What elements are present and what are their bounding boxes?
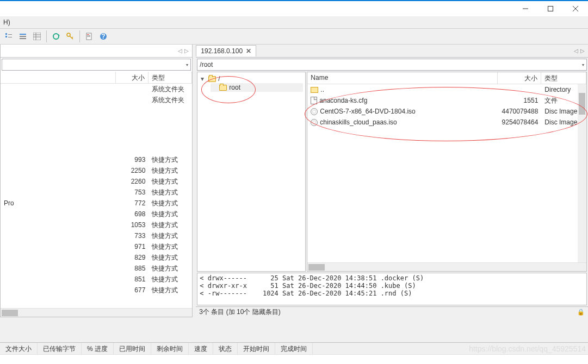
remote-tabstrip: 192.168.0.100 ✕ ◁▷ bbox=[196, 45, 588, 58]
list-item[interactable]: 677快捷方式 bbox=[1, 285, 192, 296]
help-icon[interactable]: ? bbox=[97, 30, 110, 43]
col-size[interactable]: 大小 bbox=[498, 72, 541, 84]
transfer-col[interactable]: 剩余时间 bbox=[151, 343, 189, 354]
list-item[interactable]: 系统文件夹 bbox=[1, 95, 192, 105]
col-type[interactable]: 类型 bbox=[541, 72, 586, 84]
window-titlebar bbox=[0, 0, 588, 16]
list-item[interactable]: anaconda-ks.cfg1551文件 bbox=[307, 95, 586, 106]
tab-prev-icon[interactable]: ◁ bbox=[574, 48, 578, 54]
local-file-list[interactable]: 大小 类型 系统文件夹系统文件夹 993快捷方式2250快捷方式2260快捷方式… bbox=[1, 72, 192, 308]
chevron-down-icon[interactable]: ▾ bbox=[582, 62, 584, 67]
folder-icon bbox=[208, 76, 216, 82]
remote-path: /root bbox=[200, 61, 213, 68]
svg-point-15 bbox=[53, 34, 59, 39]
folder-icon bbox=[219, 85, 227, 91]
transfer-header: 文件大小已传输字节% 进度已用时间剩余时间速度状态开始时间完成时间 bbox=[0, 343, 588, 355]
detail-view-icon[interactable] bbox=[30, 30, 44, 43]
chevron-down-icon[interactable]: ▾ bbox=[186, 62, 188, 67]
svg-rect-21 bbox=[87, 34, 89, 35]
svg-rect-23 bbox=[87, 36, 90, 37]
maximize-button[interactable] bbox=[538, 1, 563, 16]
svg-rect-6 bbox=[8, 34, 12, 35]
col-name[interactable] bbox=[1, 72, 116, 83]
local-list-header: 大小 类型 bbox=[1, 72, 192, 84]
transfer-col[interactable]: 完成时间 bbox=[275, 343, 313, 354]
page-icon[interactable] bbox=[83, 30, 96, 43]
transfer-panel: 文件大小已传输字节% 进度已用时间剩余时间速度状态开始时间完成时间 bbox=[0, 342, 588, 364]
transfer-col[interactable]: 文件大小 bbox=[0, 343, 38, 354]
tab-next-icon[interactable]: ▷ bbox=[184, 48, 189, 54]
local-scrollbar[interactable] bbox=[1, 308, 192, 317]
close-tab-icon[interactable]: ✕ bbox=[246, 47, 251, 55]
list-item[interactable]: Pro772快捷方式 bbox=[1, 198, 192, 209]
svg-rect-7 bbox=[8, 37, 12, 37]
list-item[interactable]: ..Directory bbox=[307, 84, 586, 95]
transfer-col[interactable]: 已传输字节 bbox=[38, 343, 82, 354]
tree-view-icon[interactable] bbox=[2, 30, 15, 43]
transfer-col[interactable]: 速度 bbox=[189, 343, 213, 354]
col-size[interactable]: 大小 bbox=[116, 72, 148, 83]
list-item[interactable]: 885快捷方式 bbox=[1, 263, 192, 274]
svg-rect-8 bbox=[20, 34, 26, 35]
toolbar: ? bbox=[0, 28, 588, 45]
list-item[interactable]: 2250快捷方式 bbox=[1, 165, 192, 176]
svg-rect-22 bbox=[87, 35, 90, 36]
key-icon[interactable] bbox=[64, 30, 77, 43]
minimize-button[interactable] bbox=[513, 1, 538, 16]
list-item[interactable]: 1053快捷方式 bbox=[1, 219, 192, 230]
list-item[interactable]: chinaskills_cloud_paas.iso9254078464Disc… bbox=[307, 117, 586, 128]
collapse-icon[interactable]: ▾ bbox=[201, 75, 206, 83]
svg-rect-9 bbox=[20, 36, 26, 37]
terminal-log[interactable]: < drwx------ 25 Sat 26-Dec-2020 14:38:51… bbox=[197, 273, 587, 305]
remote-tab[interactable]: 192.168.0.100 ✕ bbox=[196, 45, 256, 57]
list-view-icon[interactable] bbox=[16, 30, 29, 43]
tab-label: 192.168.0.100 bbox=[201, 47, 243, 55]
col-name[interactable]: Name bbox=[307, 72, 498, 84]
transfer-col[interactable]: % 进度 bbox=[82, 343, 114, 354]
remote-list-header: Name 大小 类型 bbox=[307, 72, 586, 84]
list-item[interactable]: 698快捷方式 bbox=[1, 209, 192, 219]
remote-h-scrollbar[interactable] bbox=[307, 262, 586, 271]
list-item[interactable]: 829快捷方式 bbox=[1, 252, 192, 263]
lock-icon: 🔒 bbox=[577, 309, 585, 316]
list-item[interactable]: 971快捷方式 bbox=[1, 241, 192, 252]
col-type[interactable]: 类型 bbox=[148, 72, 192, 83]
local-panel: ◁▷ ▾ 大小 类型 系统文件夹系统文件夹 993快捷方式2250快捷方式226… bbox=[0, 45, 193, 317]
svg-line-19 bbox=[72, 37, 73, 38]
tab-next-icon[interactable]: ▷ bbox=[580, 48, 585, 54]
list-item[interactable]: 系统文件夹 bbox=[1, 84, 192, 95]
remote-path-bar[interactable]: /root ▾ bbox=[197, 59, 587, 71]
tree-item-root[interactable]: root bbox=[211, 83, 303, 92]
list-item[interactable]: 753快捷方式 bbox=[1, 187, 192, 198]
remote-v-scrollbar[interactable] bbox=[578, 84, 586, 262]
list-item[interactable]: 733快捷方式 bbox=[1, 230, 192, 241]
svg-rect-11 bbox=[33, 33, 41, 40]
menu-help[interactable]: H) bbox=[3, 18, 10, 26]
remote-statusbar: 3个 条目 (加 10个 隐藏条目) 🔒 bbox=[196, 306, 588, 317]
svg-text:?: ? bbox=[101, 33, 105, 40]
remote-panel: 192.168.0.100 ✕ ◁▷ /root ▾ ▾ / root bbox=[196, 45, 588, 317]
list-item[interactable]: 993快捷方式 bbox=[1, 154, 192, 165]
local-tabstrip: ◁▷ bbox=[1, 45, 192, 58]
svg-rect-4 bbox=[5, 33, 7, 35]
close-button[interactable] bbox=[563, 1, 588, 16]
refresh-icon[interactable] bbox=[49, 30, 63, 43]
status-text: 3个 条目 (加 10个 隐藏条目) bbox=[199, 307, 280, 317]
menubar: H) bbox=[0, 16, 588, 28]
tree-root[interactable]: ▾ / bbox=[200, 74, 303, 83]
transfer-col[interactable]: 已用时间 bbox=[114, 343, 151, 354]
svg-rect-5 bbox=[5, 36, 7, 37]
remote-file-list[interactable]: Name 大小 类型 ..Directoryanaconda-ks.cfg155… bbox=[307, 72, 587, 272]
local-path-bar[interactable]: ▾ bbox=[2, 59, 191, 71]
list-item[interactable]: 2260快捷方式 bbox=[1, 176, 192, 187]
transfer-col[interactable]: 开始时间 bbox=[238, 343, 275, 354]
tab-prev-icon[interactable]: ◁ bbox=[178, 48, 182, 54]
remote-tree[interactable]: ▾ / root bbox=[197, 72, 306, 272]
svg-rect-10 bbox=[20, 38, 26, 39]
list-item[interactable]: CentOS-7-x86_64-DVD-1804.iso4470079488Di… bbox=[307, 106, 586, 117]
list-item[interactable]: 851快捷方式 bbox=[1, 274, 192, 285]
transfer-col[interactable]: 状态 bbox=[213, 343, 238, 354]
svg-rect-1 bbox=[548, 7, 553, 11]
